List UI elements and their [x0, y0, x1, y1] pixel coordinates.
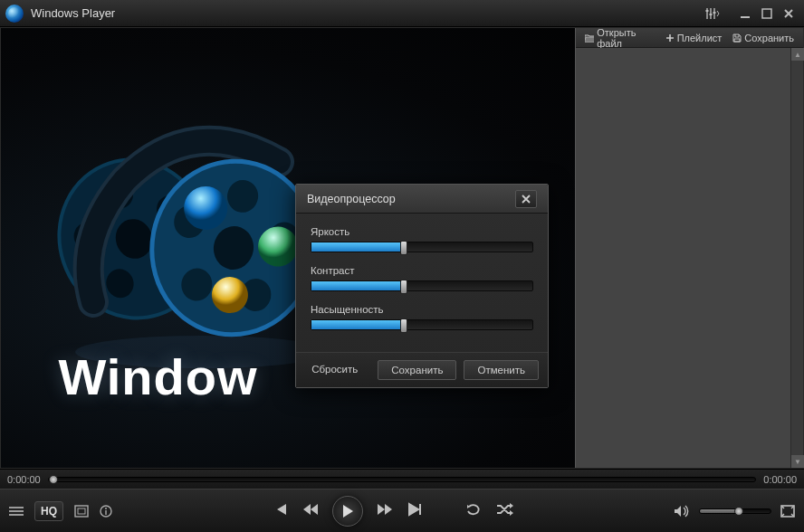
svg-rect-7 [762, 9, 771, 18]
prev-track-button[interactable] [273, 502, 289, 520]
dialog-close-button[interactable] [515, 190, 537, 208]
fast-forward-button[interactable] [376, 502, 394, 520]
playlist-save-button[interactable]: Сохранить [729, 31, 798, 45]
playlist-button[interactable]: Плейлист [662, 31, 726, 45]
equalizer-icon[interactable] [703, 5, 723, 22]
scrollbar[interactable]: ▲ ▼ [790, 48, 803, 468]
contrast-label: Контраст [311, 265, 533, 276]
seekbar: 0:00:00 0:00:00 [0, 469, 804, 489]
rewind-button[interactable] [302, 502, 320, 520]
dialog-titlebar[interactable]: Видеопроцессор [296, 185, 548, 214]
svg-rect-6 [741, 16, 750, 18]
volume-slider[interactable] [699, 508, 771, 514]
playlist-body[interactable]: ▲ ▼ [576, 48, 803, 468]
svg-rect-3 [706, 10, 709, 12]
maximize-button[interactable] [757, 5, 777, 22]
contrast-row: Контраст [311, 265, 533, 291]
open-file-button[interactable]: Открыть файл [581, 25, 658, 51]
seek-slider[interactable] [48, 477, 757, 482]
minimize-button[interactable] [735, 5, 755, 22]
scroll-up-button[interactable]: ▲ [791, 48, 804, 61]
svg-rect-4 [710, 14, 713, 15]
menu-icon[interactable] [9, 506, 24, 517]
saturation-label: Насыщенность [311, 304, 533, 315]
control-bar: HQ [0, 489, 804, 532]
video-area[interactable]: Window Видеопроцессор Яркость Контра [1, 28, 575, 468]
reset-button[interactable]: Сбросить [299, 360, 370, 380]
crop-icon[interactable] [74, 505, 89, 518]
info-icon[interactable] [100, 505, 112, 518]
brightness-row: Яркость [311, 226, 533, 252]
save-icon [732, 33, 742, 43]
time-total: 0:00:00 [763, 474, 797, 485]
volume-icon[interactable] [674, 505, 690, 518]
shuffle-button[interactable] [495, 502, 513, 520]
playlist-toolbar: Открыть файл Плейлист Сохранить [576, 28, 803, 48]
svg-rect-29 [75, 506, 88, 517]
saturation-row: Насыщенность [311, 304, 533, 330]
play-button[interactable] [332, 496, 363, 527]
brightness-label: Яркость [311, 226, 533, 237]
brand-text: Window [58, 347, 257, 406]
brightness-slider[interactable] [311, 242, 533, 252]
titlebar: Windows Player [0, 0, 804, 27]
plus-icon [665, 33, 675, 43]
video-processor-dialog: Видеопроцессор Яркость Контраст [295, 184, 549, 388]
saturation-slider[interactable] [311, 319, 533, 330]
time-elapsed: 0:00:00 [7, 474, 41, 485]
repeat-button[interactable] [466, 502, 483, 520]
app-title: Windows Player [31, 6, 703, 20]
main-area: Window Видеопроцессор Яркость Контра [0, 27, 804, 469]
close-button[interactable] [779, 5, 799, 22]
folder-open-icon [585, 33, 594, 43]
svg-rect-5 [713, 12, 716, 14]
svg-rect-30 [78, 508, 85, 514]
hq-button[interactable]: HQ [34, 501, 63, 521]
svg-point-32 [105, 508, 107, 509]
contrast-slider[interactable] [311, 280, 533, 291]
save-button[interactable]: Сохранить [378, 360, 456, 380]
playlist-panel: Открыть файл Плейлист Сохранить ▲ ▼ [575, 28, 803, 468]
svg-rect-33 [105, 510, 106, 515]
fullscreen-button[interactable] [780, 505, 795, 518]
cancel-button[interactable]: Отменить [464, 360, 539, 380]
next-track-button[interactable] [407, 502, 423, 520]
app-logo-icon [5, 5, 24, 23]
dialog-title: Видеопроцессор [307, 193, 515, 205]
scroll-down-button[interactable]: ▼ [791, 455, 804, 468]
